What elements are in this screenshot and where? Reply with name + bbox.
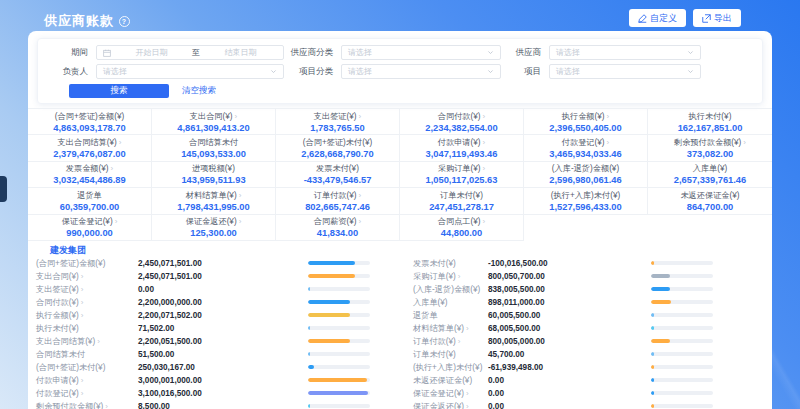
summary-card-label: 进项税额(¥) [192, 163, 235, 174]
summary-card: 执行未付(¥)162,167,851.00 [648, 109, 772, 135]
metric-bar [651, 326, 713, 330]
metric-label[interactable]: 执行金额(¥)› [36, 310, 138, 321]
metric-bar-fill [651, 261, 654, 265]
summary-card[interactable]: 支出合同结算(¥)›2,379,476,087.00 [28, 135, 152, 161]
summary-card[interactable]: 发票金额(¥)›3,032,454,486.89 [28, 162, 152, 188]
summary-card-label[interactable]: 付款申请(¥)› [438, 137, 485, 148]
summary-card-label-text: (执行+入库)未付(¥) [551, 191, 620, 200]
summary-card-label[interactable]: 支出签证(¥)› [314, 111, 361, 122]
drill-arrow-icon: › [483, 112, 486, 121]
metric-value: 0.00 [488, 389, 651, 398]
metric-label[interactable]: 订单付款(¥)› [413, 336, 488, 347]
summary-card-label[interactable]: 采购订单(¥)› [438, 163, 485, 174]
metric-bar [308, 261, 370, 265]
summary-card[interactable]: 材料结算单(¥)›1,798,431,995.00 [152, 188, 276, 214]
summary-card-label[interactable]: 支出合同结算(¥)› [58, 137, 122, 148]
drill-arrow-icon: › [81, 311, 84, 320]
metric-label[interactable]: 支出签证(¥)› [36, 284, 138, 295]
metric-value: 68,005,500.00 [488, 324, 651, 333]
summary-card[interactable]: 合同点工(¥)›44,800.00 [400, 215, 524, 241]
summary-card-value: 44,800.00 [441, 228, 482, 238]
summary-card[interactable]: 执行金额(¥)›2,396,550,405.00 [524, 109, 648, 135]
summary-card-label[interactable]: 发票金额(¥)› [66, 163, 113, 174]
metric-bar-fill [651, 287, 670, 291]
summary-card-label-text: 合同付款(¥) [438, 112, 481, 121]
summary-card[interactable]: 订单付款(¥)›802,665,747.46 [276, 188, 400, 214]
summary-card[interactable]: 支出合同(¥)›4,861,309,413.20 [152, 109, 276, 135]
metric-bar-fill [651, 365, 654, 369]
summary-card-label[interactable]: 支出合同(¥)› [190, 111, 237, 122]
summary-card-label[interactable]: 合同付款(¥)› [438, 111, 485, 122]
period-date-range-input[interactable]: 开始日期 至 结束日期 [96, 45, 284, 60]
metric-label[interactable]: 支出合同(¥)› [36, 271, 138, 282]
summary-card: (执行+入库)未付(¥)1,527,596,433.00 [524, 188, 648, 214]
summary-card-label[interactable]: 保证金登记(¥)› [62, 216, 118, 227]
summary-card-value: 2,628,668,790.70 [301, 149, 373, 159]
metric-label-text: 订单未付(¥) [413, 350, 456, 359]
metric-label[interactable]: 剩余预付款金额(¥)› [36, 401, 138, 409]
help-icon[interactable]: ? [119, 16, 130, 27]
metric-label-text: 采购订单(¥) [413, 272, 456, 281]
sidebar-collapse-handle[interactable] [0, 176, 7, 202]
summary-card-label-text: 合同结算未付 [189, 138, 238, 147]
supplier-select[interactable]: 请选择 [549, 45, 701, 60]
project-category-select[interactable]: 请选择 [341, 64, 501, 79]
project-select[interactable]: 请选择 [549, 64, 701, 79]
metric-label: (执行+入库)未付(¥) [413, 362, 488, 373]
supplier-category-placeholder: 请选择 [348, 47, 372, 58]
metric-label[interactable]: 材料结算单(¥)› [413, 323, 488, 334]
summary-card[interactable]: 合同薪资(¥)›41,834.00 [276, 215, 400, 241]
metric-label[interactable]: 采购订单(¥)› [413, 271, 488, 282]
summary-card-label[interactable]: 合同薪资(¥)› [314, 216, 361, 227]
summary-card-label[interactable]: 执行金额(¥)› [562, 111, 609, 122]
summary-card-label-text: (合同+签证)金额(¥) [55, 112, 124, 121]
summary-card-label-text: 入库单(¥) [693, 164, 728, 173]
metric-bar [308, 274, 370, 278]
metric-bar [308, 287, 370, 291]
search-button[interactable]: 搜索 [69, 84, 169, 98]
metric-label[interactable]: 支出合同结算(¥)› [36, 336, 138, 347]
metric-label[interactable]: 合同付款(¥)› [36, 297, 138, 308]
metric-label: 发票未付(¥) [413, 258, 488, 269]
metric-label-text: 入库单(¥) [413, 298, 448, 307]
summary-card[interactable]: 合同付款(¥)›2,234,382,554.00 [400, 109, 524, 135]
summary-card-label[interactable]: 材料结算单(¥)› [186, 190, 242, 201]
metric-label[interactable]: 保证金返还(¥)› [413, 401, 488, 409]
summary-card[interactable]: 付款申请(¥)›3,047,119,493.46 [400, 135, 524, 161]
metric-bar-fill [651, 326, 654, 330]
summary-card[interactable]: 保证金登记(¥)›990,000.00 [28, 215, 152, 241]
drill-arrow-icon: › [239, 217, 242, 226]
summary-card-label[interactable]: 保证金返还(¥)› [186, 216, 242, 227]
summary-card: 入库单(¥)2,657,339,761.46 [648, 162, 772, 188]
summary-card-label[interactable]: 付款登记(¥)› [562, 137, 609, 148]
summary-card-label[interactable]: 合同点工(¥)› [438, 216, 485, 227]
metric-label[interactable]: 付款申请(¥)› [36, 375, 138, 386]
summary-card-label[interactable]: 剩余预付款金额(¥)› [674, 137, 746, 148]
summary-card-label-text: 付款申请(¥) [438, 138, 481, 147]
metric-bar [308, 339, 370, 343]
filter-row-1: 期间 开始日期 至 结束日期 供应商分类 请选择 供应商 请选择 [38, 44, 762, 61]
supplier-category-select[interactable]: 请选择 [341, 45, 501, 60]
group-section-title[interactable]: 建发集团 [28, 245, 772, 257]
summary-card[interactable]: 剩余预付款金额(¥)›373,082.00 [648, 135, 772, 161]
summary-card[interactable]: 付款登记(¥)›3,465,934,033.46 [524, 135, 648, 161]
clear-search-link[interactable]: 清空搜索 [182, 85, 216, 97]
summary-card-label-text: 付款登记(¥) [562, 138, 605, 147]
summary-card-label-text: (合同+签证)未付(¥) [303, 138, 372, 147]
metric-label[interactable]: 付款登记(¥)› [36, 388, 138, 399]
metric-value: 0.00 [488, 402, 651, 409]
summary-card[interactable]: 采购订单(¥)›1,050,117,025.63 [400, 162, 524, 188]
summary-card-value: 990,000.00 [66, 228, 113, 238]
summary-card-label[interactable]: 订单付款(¥)› [314, 190, 361, 201]
customize-button[interactable]: 自定义 [629, 9, 686, 27]
metric-value: 45,700.00 [488, 350, 651, 359]
metric-value: -100,016,500.00 [488, 259, 651, 268]
summary-card[interactable]: 支出签证(¥)›1,783,765.50 [276, 109, 400, 135]
summary-card[interactable]: 保证金返还(¥)›125,300.00 [152, 215, 276, 241]
owner-select[interactable]: 请选择 [96, 64, 284, 79]
metric-label: (合同+签证)未付(¥) [36, 362, 138, 373]
metric-label[interactable]: 保证金登记(¥)› [413, 388, 488, 399]
summary-card-value: 1,798,431,995.00 [177, 202, 249, 212]
drill-arrow-icon: › [115, 217, 118, 226]
export-button[interactable]: 导出 [693, 9, 741, 27]
